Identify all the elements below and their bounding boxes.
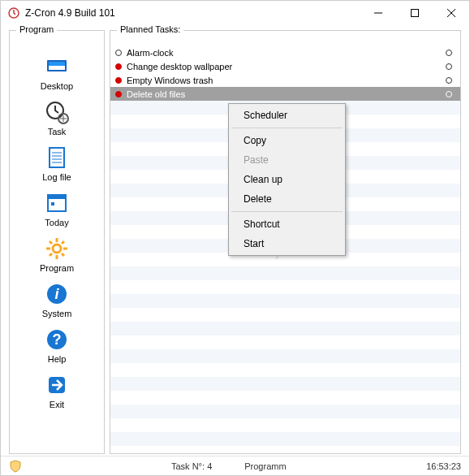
menu-separator — [231, 211, 343, 212]
sidebar-item-label: System — [42, 309, 72, 318]
sidebar-item-label: Exit — [50, 400, 64, 409]
svg-rect-2 — [411, 10, 418, 17]
sidebar-item-label: Today — [45, 218, 68, 227]
svg-line-24 — [62, 253, 64, 256]
sidebar-item-task[interactable]: Task — [10, 96, 104, 141]
svg-rect-17 — [51, 202, 54, 206]
menu-item-delete[interactable]: Delete — [231, 189, 343, 209]
status-dot-icon — [115, 77, 122, 84]
sidebar-item-label: Task — [48, 127, 67, 136]
app-icon — [7, 6, 20, 19]
tasks-panel-label: Planned Tasks: — [117, 24, 183, 34]
menu-item-copy[interactable]: Copy — [231, 131, 343, 150]
sidebar-item-system[interactable]: i System — [10, 278, 104, 323]
task-row[interactable]: Change desktop wallpaper — [110, 59, 460, 73]
status-program: Programm — [244, 461, 286, 471]
sidebar-item-exit[interactable]: Exit — [10, 369, 104, 414]
sidebar-item-desktop[interactable]: Desktop — [10, 50, 104, 96]
sidebar-item-label: Desktop — [41, 81, 73, 91]
menu-separator — [231, 128, 343, 128]
task-list[interactable]: SnapFiles Alarm-clock Change desktop wal… — [110, 45, 460, 453]
status-bar: Task N°: 4 Programm 16:53:23 — [1, 456, 469, 475]
task-name: Empty Windows trash — [127, 76, 446, 85]
desktop-icon — [44, 54, 70, 80]
sidebar-item-label: Program — [40, 263, 74, 273]
svg-text:?: ? — [53, 331, 62, 348]
info-icon: i — [44, 281, 70, 307]
task-marker-icon — [446, 63, 452, 70]
sidebar-item-label: Help — [48, 354, 67, 364]
status-dot-icon — [115, 91, 122, 97]
task-marker-icon — [446, 77, 452, 84]
svg-point-18 — [53, 244, 61, 253]
maximize-button[interactable] — [396, 1, 433, 25]
menu-item-shortcut[interactable]: Shortcut — [231, 214, 343, 234]
shield-icon — [9, 460, 22, 473]
titlebar: Z-Cron 4.9 Build 101 — [1, 1, 469, 25]
close-button[interactable] — [433, 1, 469, 25]
minimize-button[interactable] — [360, 1, 396, 25]
sidebar-item-help[interactable]: ? Help — [10, 323, 104, 369]
tasks-panel: Planned Tasks: SnapFiles Alarm-clock Cha… — [110, 30, 461, 454]
svg-rect-10 — [50, 148, 64, 167]
exit-icon — [44, 372, 70, 398]
menu-item-start[interactable]: Start — [231, 234, 343, 253]
sidebar-item-logfile[interactable]: Log file — [10, 141, 104, 187]
svg-rect-16 — [48, 195, 66, 199]
task-name: Alarm-clock — [127, 48, 446, 58]
status-time: 16:53:23 — [426, 461, 461, 471]
svg-rect-7 — [49, 62, 65, 66]
task-name: Change desktop wallpaper — [127, 62, 446, 71]
svg-line-26 — [50, 253, 52, 256]
status-dot-icon — [115, 63, 122, 70]
task-icon — [44, 99, 70, 125]
task-name: Delete old files — [127, 89, 446, 99]
status-task-count: Task N°: 4 — [171, 461, 212, 471]
sidebar-item-label: Log file — [42, 172, 71, 182]
help-icon: ? — [44, 327, 70, 353]
sidebar-item-program[interactable]: Program — [10, 232, 104, 278]
window-title: Z-Cron 4.9 Build 101 — [25, 7, 360, 19]
svg-line-23 — [50, 241, 52, 244]
task-row[interactable]: Delete old files — [110, 87, 460, 101]
task-row[interactable]: Empty Windows trash — [110, 73, 460, 87]
task-row[interactable]: Alarm-clock — [110, 45, 460, 59]
today-icon — [44, 190, 70, 216]
logfile-icon — [44, 145, 70, 171]
menu-item-cleanup[interactable]: Clean up — [231, 170, 343, 189]
status-dot-icon — [115, 50, 122, 56]
context-menu: Scheduler Copy Paste Clean up Delete Sho… — [228, 103, 346, 256]
menu-item-paste: Paste — [231, 150, 343, 170]
svg-line-25 — [62, 241, 64, 244]
task-marker-icon — [446, 91, 452, 97]
sidebar-item-today[interactable]: Today — [10, 187, 104, 232]
menu-item-scheduler[interactable]: Scheduler — [231, 106, 343, 125]
program-panel-label: Program — [16, 24, 57, 34]
task-marker-icon — [446, 50, 452, 56]
program-panel: Program Desktop Task Log file Today Prog… — [9, 30, 105, 454]
gear-icon — [44, 236, 70, 262]
